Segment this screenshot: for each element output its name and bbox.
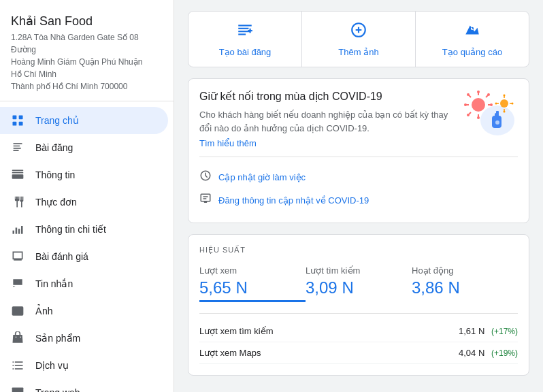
create-ad-button[interactable]: Tạo quảng cáo [416, 12, 529, 67]
covid-learn-more-link[interactable]: Tìm hiểu thêm [199, 138, 257, 148]
svg-rect-50 [496, 111, 499, 114]
review-icon [11, 250, 24, 263]
tools-icon [11, 195, 24, 209]
svg-point-16 [14, 309, 16, 311]
svg-rect-22 [15, 368, 23, 370]
svg-rect-31 [250, 29, 251, 33]
update-hours-row[interactable]: Cập nhật giờ làm việc [199, 165, 518, 189]
stat-luot-tim-kiem-value: 3,09 N [306, 278, 412, 297]
covid-card-inner: Giữ kết nối trong mùa dịch COVID-19 Cho … [199, 90, 518, 148]
covid-update-label: Đăng thông tin cập nhật về COVID-19 [218, 195, 369, 206]
perf-divider [199, 313, 518, 314]
sidebar-item-thong-tin-chi-tiet[interactable]: Thông tin chi tiết [0, 216, 168, 243]
nav-label-tin-nhan: Tin nhắn [35, 278, 73, 289]
stat-hoat-dong-label: Hoạt động [412, 265, 518, 276]
svg-rect-23 [12, 388, 24, 393]
svg-point-33 [472, 98, 485, 112]
create-post-label: Tạo bài đăng [219, 47, 272, 57]
svg-rect-0 [13, 116, 17, 120]
update-hours-label: Cập nhật giờ làm việc [218, 172, 306, 182]
svg-line-46 [469, 112, 471, 114]
svg-rect-10 [12, 174, 24, 179]
performance-title: HIỆU SUẤT [199, 246, 518, 255]
sidebar-item-bai-dang[interactable]: Bài đăng [0, 134, 168, 161]
svg-rect-13 [18, 229, 20, 234]
sidebar-item-anh[interactable]: Ảnh [0, 297, 168, 325]
main-content: Tạo bài đăng Thêm ảnh Tạo quảng cáo Giữ … [174, 0, 543, 392]
sidebar-item-bai-danh-gia[interactable]: Bài đánh giá [0, 243, 168, 270]
sidebar-item-thuc-don[interactable]: Thực đơn [0, 189, 168, 216]
create-ad-label: Tạo quảng cáo [442, 47, 502, 57]
info-icon [11, 168, 24, 182]
business-info: Khải San Food 1.28A Tòa Nhà Garden Gate … [0, 0, 174, 101]
svg-rect-64 [203, 198, 206, 199]
svg-rect-17 [13, 361, 14, 363]
action-buttons-bar: Tạo bài đăng Thêm ảnh Tạo quảng cáo [188, 11, 529, 67]
svg-rect-8 [12, 170, 24, 172]
create-post-button[interactable]: Tạo bài đăng [188, 12, 302, 67]
svg-point-43 [467, 93, 470, 96]
nav-label-thong-tin-chi-tiet: Thông tin chi tiết [35, 224, 106, 235]
svg-rect-62 [201, 194, 210, 201]
svg-rect-20 [15, 365, 23, 366]
svg-point-39 [464, 103, 467, 106]
article-icon [11, 141, 24, 154]
stat-luot-xem: Lượt xem 5,65 N [199, 265, 306, 302]
photo-icon [11, 304, 24, 318]
svg-point-58 [495, 103, 497, 105]
business-name: Khải San Food [11, 14, 163, 29]
sidebar-item-trang-chu[interactable]: Trang chủ [0, 107, 168, 134]
svg-rect-1 [19, 116, 23, 120]
add-photo-label: Thêm ảnh [338, 47, 378, 57]
nav-label-trang-chu: Trang chủ [35, 115, 79, 126]
sidebar-item-thong-tin[interactable]: Thông tin [0, 161, 168, 189]
svg-rect-27 [238, 28, 248, 29]
svg-rect-65 [204, 201, 208, 203]
svg-point-35 [477, 91, 480, 93]
perf-search-views-value: 1,61 N (+17%) [459, 326, 518, 336]
nav-menu: Trang chủ Bài đăng Thông tin Thực đơn [0, 101, 174, 392]
covid-card: Giữ kết nối trong mùa dịch COVID-19 Cho … [188, 78, 529, 223]
svg-rect-21 [13, 368, 14, 370]
sidebar-item-dich-vu[interactable]: Dịch vụ [0, 352, 168, 379]
svg-rect-7 [13, 150, 18, 151]
nav-label-san-pham: Sản phẩm [35, 333, 80, 344]
svg-rect-26 [238, 24, 252, 26]
stat-luot-xem-value: 5,65 N [199, 278, 306, 302]
perf-maps-views-label: Lượt xem Maps [199, 348, 261, 358]
svg-line-44 [486, 95, 488, 97]
sidebar-item-tin-nhan[interactable]: Tin nhắn [0, 270, 168, 297]
nav-label-bai-dang: Bài đăng [35, 142, 73, 153]
info-board-icon [199, 193, 212, 208]
svg-line-42 [469, 95, 471, 97]
nav-label-bai-danh-gia: Bài đánh giá [35, 251, 88, 262]
grid-icon [11, 114, 24, 127]
performance-stats: Lượt xem 5,65 N Lượt tìm kiếm 3,09 N Hoạ… [199, 265, 518, 302]
perf-maps-views-badge: (+19%) [491, 348, 518, 358]
sidebar-item-trang-web[interactable]: Trang web [0, 379, 168, 392]
nav-label-trang-web: Trang web [35, 387, 80, 392]
svg-rect-11 [13, 231, 15, 234]
perf-row-maps-views: Lượt xem Maps 4,04 N (+19%) [199, 342, 518, 364]
performance-card: HIỆU SUẤT Lượt xem 5,65 N Lượt tìm kiếm … [188, 234, 529, 376]
svg-rect-19 [13, 365, 14, 366]
svg-point-37 [477, 116, 480, 119]
sidebar: Khải San Food 1.28A Tòa Nhà Garden Gate … [0, 0, 174, 392]
svg-rect-6 [13, 148, 21, 149]
list-icon [11, 359, 24, 372]
sidebar-item-san-pham[interactable]: Sản phẩm [0, 325, 168, 352]
stat-hoat-dong-value: 3,86 N [412, 278, 518, 297]
perf-row-search-views: Lượt xem tìm kiếm 1,61 N (+17%) [199, 321, 518, 342]
create-ad-icon [463, 21, 481, 43]
covid-desc: Cho khách hàng biết nếu doanh nghiệp của… [199, 108, 455, 135]
svg-point-56 [504, 111, 506, 113]
perf-search-views-badge: (+17%) [491, 327, 518, 336]
covid-update-row[interactable]: Đăng thông tin cập nhật về COVID-19 [199, 189, 518, 212]
svg-point-60 [512, 103, 514, 105]
svg-rect-12 [16, 228, 18, 234]
svg-rect-18 [15, 361, 23, 363]
add-photo-icon [350, 21, 367, 43]
svg-rect-5 [13, 146, 20, 147]
stat-luot-tim-kiem: Lượt tìm kiếm 3,09 N [306, 265, 412, 302]
add-photo-button[interactable]: Thêm ảnh [302, 12, 416, 67]
